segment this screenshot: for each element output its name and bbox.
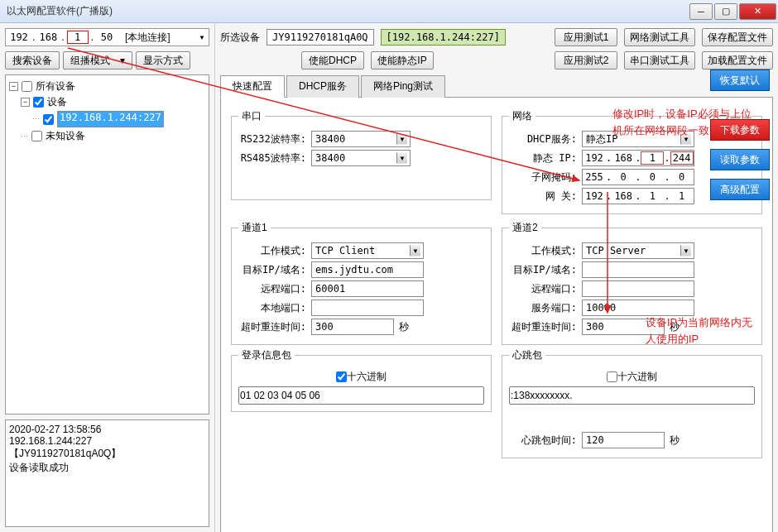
restore-default-button[interactable]: 恢复默认 (710, 69, 770, 91)
ip-octet-3[interactable] (68, 31, 88, 43)
gateway-input[interactable]: ... (582, 188, 694, 204)
search-device-button[interactable]: 搜索设备 (5, 51, 60, 69)
ch1-target-input[interactable] (311, 261, 424, 278)
tree-checkbox[interactable] (33, 97, 44, 108)
heartbeat-group: 心跳包 十六进制 心跳包时间:秒 (502, 348, 762, 458)
heartbeat-data-input[interactable] (509, 386, 755, 405)
ip-octet-1[interactable] (9, 31, 29, 43)
login-hex-checkbox[interactable] (336, 371, 347, 382)
ch1-recon-input[interactable] (311, 319, 394, 335)
enable-static-button[interactable]: 使能静态IP (371, 51, 434, 69)
enable-dhcp-button[interactable]: 使能DHCP (301, 51, 364, 69)
mask-input[interactable]: ... (582, 169, 694, 185)
tab-ping[interactable]: 网络Ping测试 (361, 75, 445, 98)
heartbeat-hex-checkbox[interactable] (607, 371, 617, 382)
tab-quickcfg[interactable]: 快速配置 (220, 75, 285, 98)
close-button[interactable]: ✕ (739, 3, 776, 20)
tree-checkbox[interactable] (22, 81, 32, 92)
static-ip-input[interactable]: ... (582, 150, 694, 166)
annotation-top: 修改IP时，设备IP必须与上位机所在网络网段一致。 (612, 106, 761, 138)
ip-octet-4[interactable] (97, 31, 117, 43)
selected-device-label: 所选设备 (220, 31, 260, 45)
ch2-mode-select[interactable]: TCP Server (582, 242, 694, 259)
host-ip-input[interactable]: . . . [本地连接] ▼ (5, 28, 209, 46)
expand-icon[interactable]: − (9, 82, 18, 91)
serialtest-button[interactable]: 串口测试工具 (624, 51, 695, 69)
login-group: 登录信息包 十六进制 (231, 348, 492, 412)
read-params-button[interactable]: 读取参数 (710, 149, 770, 170)
device-tree[interactable]: −所有设备 −设备 192.168.1.244:227 未知设备 (5, 74, 209, 415)
multicast-mode-button[interactable]: 组播模式 ▾ (63, 51, 132, 69)
tree-checkbox[interactable] (43, 114, 54, 125)
annotation-bottom: 设备IP为当前网络内无人使用的IP (646, 314, 761, 347)
ch1-rport-input[interactable] (311, 280, 424, 297)
ch2-sport-input[interactable] (582, 300, 694, 316)
ip-octet-2[interactable] (38, 31, 58, 43)
rs485-baud-select[interactable]: 38400 (311, 150, 411, 166)
window-title: 以太网配置软件(广播版) (7, 4, 689, 18)
tree-checkbox[interactable] (31, 131, 42, 141)
maximize-button[interactable]: ▢ (714, 3, 737, 20)
tree-device-selected[interactable]: 192.168.1.244:227 (57, 111, 164, 127)
display-mode-button[interactable]: 显示方式 (136, 51, 190, 69)
advanced-config-button[interactable]: 高级配置 (710, 179, 770, 200)
rs232-baud-select[interactable]: 38400 (311, 131, 411, 147)
loadcfg-button[interactable]: 加载配置文件 (702, 51, 773, 69)
ch1-lport-input[interactable] (311, 300, 424, 316)
login-data-input[interactable] (238, 386, 484, 405)
ch2-target-input[interactable] (582, 261, 694, 278)
static-ip-oct3[interactable] (641, 151, 664, 165)
expand-icon[interactable]: − (21, 98, 30, 107)
ch1-mode-select[interactable]: TCP Client (311, 242, 424, 259)
ch2-rport-input[interactable] (582, 280, 694, 297)
apptest2-button[interactable]: 应用测试2 (555, 51, 617, 69)
channel1-group: 通道1 工作模式:TCP Client 目标IP/域名: 远程端口: 本地端口:… (231, 221, 492, 345)
minimize-button[interactable]: ─ (689, 3, 713, 20)
savecfg-button[interactable]: 保存配置文件 (702, 28, 773, 46)
device-id-field: JY9119270181qA0Q (267, 29, 374, 46)
chevron-down-icon[interactable]: ▼ (199, 34, 205, 41)
apptest1-button[interactable]: 应用测试1 (555, 28, 617, 46)
static-ip-oct4[interactable] (670, 151, 694, 165)
ip-name: [本地连接] (125, 31, 170, 45)
device-ip-field: [192.168.1.244:227] (381, 29, 506, 46)
log-panel: 2020-02-27 13:58:56 192.168.1.244:227 【J… (5, 419, 209, 527)
nettest-button[interactable]: 网络测试工具 (624, 28, 695, 46)
tab-dhcp[interactable]: DHCP服务 (286, 75, 359, 98)
heartbeat-time-input[interactable] (582, 432, 665, 448)
serial-group: 串口 RS232波特率:38400 RS485波特率:38400 (231, 109, 492, 200)
